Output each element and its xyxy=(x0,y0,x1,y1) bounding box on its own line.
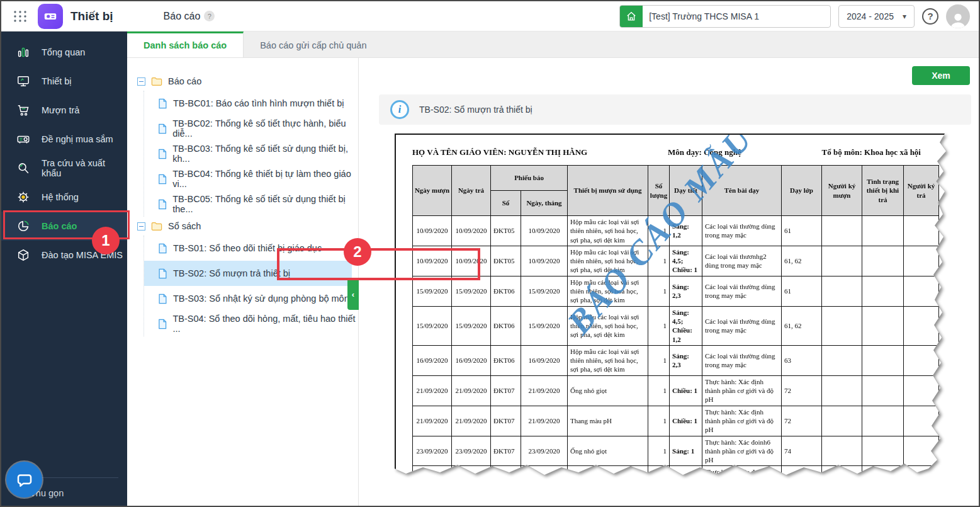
tree-item-label: TB-S02: Sổ mượn trả thiết bị xyxy=(173,268,290,278)
app-window: Thiết bị Báo cáo ? [Test] Trường THCS MI… xyxy=(0,0,980,507)
report-table-head: Ngày mượn Ngày trả Phiếu báo Thiết bị mư… xyxy=(413,166,939,216)
view-button[interactable]: Xem xyxy=(912,66,970,85)
table-row: 23/09/202023/09/2020ĐKT0723/09/2020Ống n… xyxy=(413,436,939,466)
collapse-minus-icon[interactable] xyxy=(137,222,145,231)
tree-item-label: TB-BC05: Thống kê số tiết sử dụng thiết … xyxy=(172,194,358,214)
table-cell: Sáng: 4,5; Chiều: 1 xyxy=(670,246,702,276)
table-cell: ĐKT05 xyxy=(491,246,521,276)
table-cell: ĐKT07 xyxy=(491,436,521,466)
tree-item-tb-s02-selected[interactable]: TB-S02: Sổ mượn trả thiết bị xyxy=(144,261,352,286)
tree-item-label: TB-S04: Sổ theo dõi hỏng, mất, tiêu hao … xyxy=(172,314,358,334)
tree-item-tb-bc02[interactable]: TB-BC02: Thống kê số tiết thực hành, biể… xyxy=(144,116,358,141)
purchase-projector-icon xyxy=(15,132,31,146)
file-icon xyxy=(158,243,167,254)
table-cell xyxy=(822,345,862,375)
tree-item-label: TB-S01: Sổ theo dõi thiết bị giáo dục xyxy=(173,243,322,253)
table-cell: Hộp mẫu các loại vải sợi thiên nhiên, sợ… xyxy=(568,306,648,345)
col-header: Tên bài dạy xyxy=(702,166,782,216)
school-year-dropdown[interactable]: 2024 - 2025 ▾ xyxy=(838,5,915,28)
tree-item-tb-bc03[interactable]: TB-BC03: Thống kê số tiết sử dụng thiết … xyxy=(144,141,358,166)
top-bar: Thiết bị Báo cáo ? [Test] Trường THCS MI… xyxy=(1,1,979,31)
table-cell: Các loại vải thường dùng trong may mặc xyxy=(702,306,782,345)
report-table: Ngày mượn Ngày trả Phiếu báo Thiết bị mư… xyxy=(412,165,939,478)
report-department: Tổ bộ môn: Khoa học xã hội xyxy=(822,147,921,157)
app-launcher-grid-icon[interactable] xyxy=(11,8,29,25)
sidebar-item-thiet-bi[interactable]: Thiết bị xyxy=(1,67,127,96)
sidebar-item-tra-cuu[interactable]: Tra cứu và xuất khẩu xyxy=(1,154,127,183)
table-cell: 1 xyxy=(648,276,670,306)
tab-bar: Danh sách báo cáo Báo cáo gửi cấp chủ qu… xyxy=(127,31,980,58)
tree-items-bao-cao: TB-BC01: Báo cáo tình hình mượn thiết bị… xyxy=(144,91,358,217)
col-header-group: Phiếu báo xyxy=(491,166,568,191)
table-cell: 21/09/2020 xyxy=(521,375,568,406)
tree-item-tb-s03[interactable]: TB-S03: Sổ nhật ký sử dụng phòng bộ môn xyxy=(144,286,358,311)
table-cell: 10/09/2020 xyxy=(452,246,491,276)
device-monitor-icon xyxy=(15,74,31,88)
sidebar-item-muon-tra[interactable]: Mượn trả xyxy=(1,96,127,125)
table-cell: ĐKT07 xyxy=(491,406,521,436)
sidebar-item-dao-tao[interactable]: Đào tạo MISA EMIS xyxy=(1,241,127,270)
table-cell: 10/09/2020 xyxy=(413,216,452,246)
table-cell: 16/09/2020 xyxy=(452,345,491,375)
table-cell: 21/09/2020 xyxy=(521,406,568,436)
user-avatar[interactable] xyxy=(946,4,970,28)
table-cell xyxy=(822,246,862,276)
info-bar: i TB-S02: Sổ mượn trả thiết bị xyxy=(379,94,971,125)
table-cell xyxy=(822,216,862,246)
school-name: [Test] Trường THCS MISA 1 xyxy=(643,11,765,21)
sidebar-item-tong-quan[interactable]: Tổng quan xyxy=(1,38,127,67)
table-cell: 1 xyxy=(648,246,670,276)
table-cell: 72 xyxy=(782,375,822,406)
sidebar-item-he-thong[interactable]: Hệ thống xyxy=(1,183,127,212)
projector-icon xyxy=(42,8,59,25)
tree-items-so-sach: TB-S01: Sổ theo dõi thiết bị giáo dục TB… xyxy=(144,236,358,336)
file-icon xyxy=(158,174,167,185)
sidebar-item-label: Hệ thống xyxy=(42,192,79,202)
table-cell: ĐKT07 xyxy=(491,466,521,478)
help-icon[interactable]: ? xyxy=(922,8,938,25)
table-cell: Ống nhỏ giọt xyxy=(568,466,648,478)
table-cell: 21/09/2020 xyxy=(452,375,491,406)
table-cell: 15/09/2020 xyxy=(413,276,452,306)
school-selector[interactable]: [Test] Trường THCS MISA 1 xyxy=(619,5,831,28)
panel-collapse-handle[interactable]: ‹ xyxy=(347,278,359,310)
tree-item-label: TB-BC02: Thống kê số tiết thực hành, biể… xyxy=(172,118,358,139)
tree-item-tb-bc05[interactable]: TB-BC05: Thống kê số tiết sử dụng thiết … xyxy=(144,191,358,217)
tree-item-tb-s04[interactable]: TB-S04: Sổ theo dõi hỏng, mất, tiêu hao … xyxy=(144,311,358,336)
report-preview-panel: Xem i TB-S02: Sổ mượn trả thiết bị HỌ VÀ… xyxy=(359,58,980,507)
table-cell: 16/09/2020 xyxy=(413,345,452,375)
tree-item-tb-s01[interactable]: TB-S01: Sổ theo dõi thiết bị giáo dục xyxy=(144,236,358,261)
sidebar-item-bao-cao[interactable]: Báo cáo xyxy=(1,212,127,241)
tab-danh-sach-bao-cao[interactable]: Danh sách báo cáo xyxy=(127,31,244,57)
device-app-icon[interactable] xyxy=(38,4,63,29)
tree-folder-label: Sổ sách xyxy=(168,221,201,231)
table-cell: Các loại vải thường dùng trong may mặc xyxy=(702,276,782,306)
chat-support-button[interactable] xyxy=(6,462,42,498)
sidebar-item-label: Mượn trả xyxy=(42,105,79,115)
table-cell: 23/09/2020 xyxy=(452,436,491,466)
report-paper: HỌ VÀ TÊN GIÁO VIÊN: NGUYỄN THỊ HẰNG Môn… xyxy=(395,134,949,478)
tree-folder-bao-cao[interactable]: Báo cáo xyxy=(137,72,358,91)
topnav-report[interactable]: Báo cáo ? xyxy=(164,11,215,22)
table-cell: Hộp mẫu các loại vải sợi thiên nhiên, sợ… xyxy=(568,345,648,375)
nav-help-badge-icon[interactable]: ? xyxy=(204,11,215,21)
table-cell: 61, 62 xyxy=(782,306,822,345)
sidebar-item-de-nghi-mua-sam[interactable]: Đề nghị mua sắm xyxy=(1,125,127,154)
training-cube-icon xyxy=(15,248,31,262)
table-cell: 21/09/2020 xyxy=(452,406,491,436)
table-cell: 23/09/2020 xyxy=(413,466,452,478)
table-cell xyxy=(904,345,939,375)
table-cell: Thực hành: Xác đoinh6 thành phần cơ giới… xyxy=(702,436,782,466)
info-icon: i xyxy=(390,100,409,119)
tree-item-tb-bc01[interactable]: TB-BC01: Báo cáo tình hình mượn thiết bị xyxy=(144,91,358,116)
tree-folder-so-sach[interactable]: Sổ sách xyxy=(137,217,358,236)
table-cell: 21/09/2020 xyxy=(413,406,452,436)
tab-bao-cao-gui-cap-chu-quan[interactable]: Báo cáo gửi cấp chủ quản xyxy=(244,31,383,57)
school-year-value: 2024 - 2025 xyxy=(847,11,894,21)
chevron-down-icon: ▾ xyxy=(903,12,906,21)
tree-item-tb-bc04[interactable]: TB-BC04: Thống kê thiết bị tự làm theo g… xyxy=(144,166,358,191)
collapse-minus-icon[interactable] xyxy=(137,77,145,86)
file-icon xyxy=(158,149,167,159)
table-cell: Ống nhỏ giọt xyxy=(568,375,648,406)
table-cell: 74 xyxy=(782,436,822,466)
